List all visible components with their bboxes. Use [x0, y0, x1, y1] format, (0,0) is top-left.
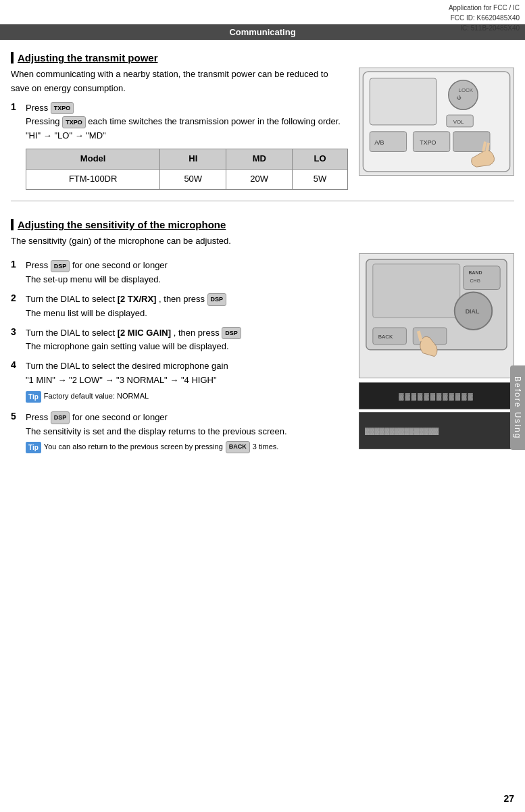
- dsp-icon-1: DSP: [51, 260, 70, 272]
- svg-text:DIAL: DIAL: [466, 308, 480, 315]
- s2-step2-body: Turn the DIAL to select [2 TX/RX] , then…: [26, 293, 348, 321]
- device-image-2: BAND CHG DIAL BACK: [359, 253, 514, 378]
- section2-body: 1 Press DSP for one second or longer The…: [11, 253, 514, 456]
- s2-step4-row: 4 Turn the DIAL to select the desired mi…: [11, 359, 348, 405]
- svg-point-2: [449, 80, 478, 109]
- svg-text:⏻: ⏻: [457, 95, 461, 100]
- section2-left: 1 Press DSP for one second or longer The…: [11, 253, 348, 456]
- s2-step4-text: Turn the DIAL to select the desired micr…: [26, 361, 228, 371]
- section1-intro: When communicating with a nearby station…: [11, 68, 348, 96]
- s2-step5-body: Press DSP for one second or longer The s…: [26, 411, 348, 457]
- s2-step1-text2: for one second or longer: [72, 260, 168, 270]
- svg-text:VOL: VOL: [453, 119, 464, 125]
- step1-press: Press: [26, 103, 48, 113]
- menu-display-text-1: ▓▓▓▓▓▓▓▓▓▓▓▓: [399, 392, 474, 400]
- tip1-box: Tip Factory default value: NORMAL: [26, 390, 348, 403]
- step1-sub2: each time switches the transmission powe…: [88, 116, 341, 126]
- svg-text:TXPO: TXPO: [420, 139, 436, 146]
- svg-text:A/B: A/B: [374, 139, 384, 146]
- table-cell: 20W: [226, 169, 293, 189]
- s2-step2-num: 2: [11, 293, 22, 303]
- svg-text:LOCK: LOCK: [459, 87, 474, 93]
- section1-right: LOCK ⏻ VOL A/B TXPO: [359, 68, 514, 176]
- header-title: Communicating: [229, 27, 295, 37]
- txpo-icon-1: TXPO: [51, 102, 74, 114]
- s2-step5-sub: The sensitivity is set and the display r…: [26, 426, 287, 436]
- back-icon: BACK: [226, 441, 250, 453]
- step1-row: 1 Press TXPO Pressing TXPO each time swi…: [11, 101, 348, 190]
- sidebar-label: Before Using: [513, 376, 522, 439]
- app-info: Application for FCC / IC FCC ID: K662048…: [449, 3, 520, 33]
- s2-step2-post: , then press: [159, 294, 205, 304]
- svg-text:BACK: BACK: [378, 334, 393, 340]
- table-cell: 5W: [293, 169, 348, 189]
- s2-step5-post: for one second or longer: [72, 412, 168, 422]
- s2-step2-row: 2 Turn the DIAL to select [2 TX/RX] , th…: [11, 293, 348, 321]
- tip1-label: Tip: [26, 391, 41, 403]
- svg-text:CHG: CHG: [470, 278, 480, 283]
- device-image-1: LOCK ⏻ VOL A/B TXPO: [359, 68, 514, 176]
- menu-display-text-2: ▓▓▓▓▓▓▓▓▓▓▓▓▓▓▓: [365, 427, 439, 434]
- dsp-icon-5: DSP: [51, 411, 70, 424]
- s2-step3-bold: [2 MIC GAIN]: [118, 328, 171, 338]
- dsp-icon-2: DSP: [207, 293, 227, 305]
- section2-right: BAND CHG DIAL BACK: [359, 253, 514, 449]
- s2-step4-body: Turn the DIAL to select the desired micr…: [26, 359, 348, 405]
- tip2-label: Tip: [26, 442, 41, 453]
- section-divider: [11, 201, 514, 201]
- s2-step1-row: 1 Press DSP for one second or longer The…: [11, 259, 348, 287]
- s2-step5-row: 5 Press DSP for one second or longer The…: [11, 411, 348, 457]
- page-number: 27: [503, 793, 514, 804]
- content-area: Adjusting the transmit power When commun…: [0, 40, 525, 467]
- power-table: Model HI MD LO FTM-100DR50W20W5W: [26, 149, 348, 190]
- step1-num: 1: [11, 101, 22, 112]
- section2-intro: The sensitivity (gain) of the microphone…: [11, 234, 514, 249]
- section2-title: Adjusting the sensitivity of the microph…: [11, 219, 226, 230]
- svg-rect-1: [370, 78, 436, 125]
- step1-sub1: Pressing: [26, 116, 60, 126]
- s2-step1-sub: The set-up menu will be displayed.: [26, 274, 161, 284]
- s2-step1-text: Press: [26, 260, 48, 270]
- col-md: MD: [226, 149, 293, 169]
- tip2-post: 3 times.: [253, 441, 279, 453]
- menu-display-1: ▓▓▓▓▓▓▓▓▓▓▓▓: [359, 382, 514, 409]
- s2-step3-post: , then press: [174, 328, 220, 338]
- tip1-text: Factory default value: NORMAL: [44, 390, 149, 402]
- menu-display-2: ▓▓▓▓▓▓▓▓▓▓▓▓▓▓▓: [359, 412, 514, 449]
- step1-body: Press TXPO Pressing TXPO each time switc…: [26, 101, 348, 190]
- before-using-tab: Before Using: [510, 365, 525, 450]
- s2-step3-num: 3: [11, 326, 22, 337]
- section2: Adjusting the sensitivity of the microph…: [11, 212, 514, 457]
- section1: Adjusting the transmit power When commun…: [11, 45, 514, 190]
- col-lo: LO: [293, 149, 348, 169]
- s2-step2-bold: [2 TX/RX]: [118, 294, 157, 304]
- s2-step3-sub: The microphone gain setting value will b…: [26, 341, 229, 351]
- table-cell: FTM-100DR: [26, 169, 160, 189]
- s2-step2-pre: Turn the DIAL to select: [26, 294, 115, 304]
- header-bar: Communicating: [0, 24, 525, 40]
- s2-step3-row: 3 Turn the DIAL to select [2 MIC GAIN] ,…: [11, 326, 348, 355]
- txpo-icon-2: TXPO: [62, 116, 86, 128]
- step1-order: "HI" → "LO" → "MD": [26, 130, 106, 141]
- section1-left: When communicating with a nearby station…: [11, 68, 348, 190]
- s2-step5-num: 5: [11, 411, 22, 422]
- s2-step3-body: Turn the DIAL to select [2 MIC GAIN] , t…: [26, 326, 348, 355]
- svg-rect-16: [373, 264, 460, 318]
- section1-body: When communicating with a nearby station…: [11, 68, 514, 190]
- section1-title: Adjusting the transmit power: [11, 52, 158, 64]
- s2-step2-sub: The menu list will be displayed.: [26, 308, 147, 318]
- table-cell: 50W: [160, 169, 226, 189]
- tip2-box: Tip You can also return to the previous …: [26, 441, 348, 453]
- tip2-pre: You can also return to the previous scre…: [44, 441, 223, 453]
- s2-step1-num: 1: [11, 259, 22, 270]
- s2-step5-pre: Press: [26, 412, 48, 422]
- s2-step4-order: "1 MIN" → "2 LOW" → "3 NORMAL" → "4 HIGH…: [26, 375, 217, 385]
- svg-text:BAND: BAND: [469, 270, 482, 275]
- col-hi: HI: [160, 149, 226, 169]
- s2-step3-pre: Turn the DIAL to select: [26, 328, 115, 338]
- s2-step1-body: Press DSP for one second or longer The s…: [26, 259, 348, 287]
- dsp-icon-3: DSP: [222, 327, 241, 339]
- s2-step4-num: 4: [11, 359, 22, 370]
- col-model: Model: [26, 149, 160, 169]
- section2-right-inner: BAND CHG DIAL BACK: [359, 253, 514, 449]
